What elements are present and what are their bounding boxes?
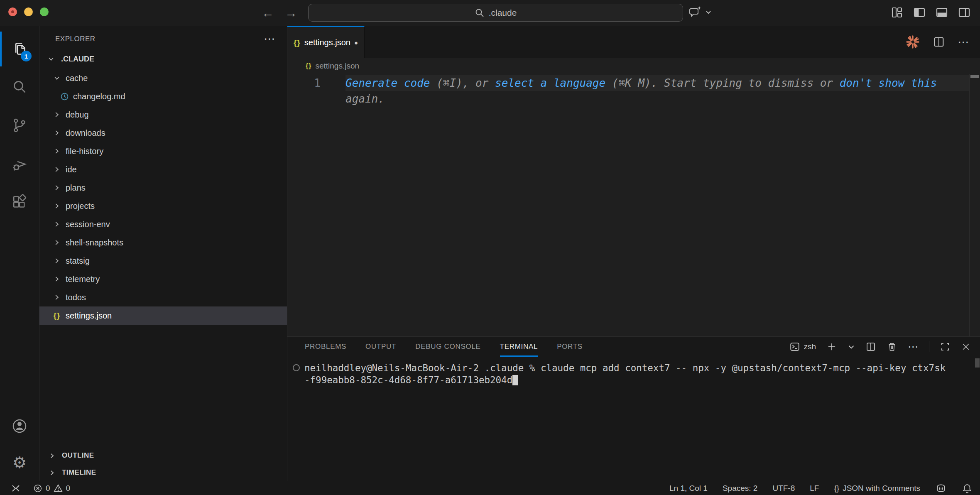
close-panel-icon[interactable] <box>961 342 971 352</box>
scrollbar-thumb[interactable] <box>970 75 979 78</box>
toggle-primary-sidebar-icon[interactable] <box>913 6 926 19</box>
editor-tab-bar: {} settings.json ● ⋯ <box>287 26 980 58</box>
launch-profile-chevron-icon[interactable] <box>848 343 855 350</box>
split-terminal-icon[interactable] <box>865 341 876 352</box>
navigate-back-icon[interactable]: ← <box>262 6 274 20</box>
outline-section[interactable]: OUTLINE <box>39 447 287 464</box>
toggle-panel-icon[interactable] <box>935 6 948 19</box>
breadcrumb-item: settings.json <box>315 61 359 71</box>
activity-source-control[interactable] <box>0 106 39 145</box>
tree-item-label: changelog.md <box>73 92 125 101</box>
command-center-search[interactable]: .claude <box>308 4 683 22</box>
encoding-status[interactable]: UTF-8 <box>772 484 795 493</box>
panel-tab-output[interactable]: OUTPUT <box>365 337 396 357</box>
terminal-scrollbar-thumb[interactable] <box>975 358 980 368</box>
minimize-window-button[interactable] <box>24 7 33 16</box>
editor-content[interactable]: 1 Generate code (⌘I), or select a langua… <box>287 74 980 336</box>
copilot-status-icon[interactable] <box>935 483 947 494</box>
ghost-text: (⌘I), or <box>430 77 495 89</box>
line-number: 1 <box>304 75 321 91</box>
customize-layout-icon[interactable] <box>890 6 904 19</box>
generate-code-link[interactable]: Generate code <box>345 77 430 89</box>
json-file-icon: {} <box>294 38 301 47</box>
claude-starburst-icon[interactable] <box>905 34 920 49</box>
tree-item-changelog-md[interactable]: changelog.md <box>39 87 287 105</box>
maximize-panel-icon[interactable] <box>940 341 951 352</box>
tree-item-todos[interactable]: todos <box>39 288 287 306</box>
copilot-chat-button[interactable] <box>688 5 712 19</box>
chevron-right-icon <box>52 164 62 174</box>
tree-item-downloads[interactable]: downloads <box>39 124 287 142</box>
terminal-shell-selector[interactable]: zsh <box>789 341 816 352</box>
tree-item-settings-json[interactable]: {} settings.json <box>39 306 287 325</box>
chevron-right-icon <box>52 201 62 211</box>
editor-more-actions-icon[interactable]: ⋯ <box>958 35 969 49</box>
activity-search[interactable] <box>0 68 39 106</box>
kill-terminal-trash-icon[interactable] <box>887 341 897 352</box>
tab-settings-json[interactable]: {} settings.json ● <box>287 26 365 58</box>
tree-item-ide[interactable]: ide <box>39 160 287 179</box>
zoom-window-button[interactable] <box>40 7 49 16</box>
gear-icon: ⚙ <box>12 455 27 470</box>
chevron-down-icon <box>46 54 56 64</box>
overview-ruler <box>969 74 970 336</box>
workspace-section-claude[interactable]: .CLAUDE <box>39 49 287 69</box>
tree-item-statsig[interactable]: statsig <box>39 252 287 270</box>
problems-status[interactable]: 0 0 <box>33 484 70 493</box>
timeline-section[interactable]: TIMELINE <box>39 464 287 481</box>
accounts-button[interactable] <box>0 408 39 444</box>
tab-label: settings.json <box>304 38 350 47</box>
settings-gear-button[interactable]: ⚙ <box>0 444 39 481</box>
search-value: .claude <box>489 8 517 18</box>
chevron-right-icon <box>52 183 62 193</box>
tree-item-debug[interactable]: debug <box>39 105 287 124</box>
json-file-icon: {} <box>306 62 311 70</box>
activity-explorer[interactable]: 1 <box>0 30 39 68</box>
chevron-right-icon <box>47 451 57 461</box>
panel-tab-ports[interactable]: PORTS <box>557 337 583 357</box>
terminal-viewport[interactable]: neilhaddley@Neils-MacBook-Air-2 .claude … <box>287 357 980 481</box>
ghost-text: (⌘K M). Start typing to dismiss or <box>605 77 840 89</box>
tree-item-session-env[interactable]: session-env <box>39 215 287 233</box>
panel-tab-debug-console[interactable]: DEBUG CONSOLE <box>415 337 480 357</box>
tree-item-plans[interactable]: plans <box>39 179 287 197</box>
panel-more-actions-icon[interactable]: ⋯ <box>908 341 919 352</box>
panel-tab-terminal[interactable]: TERMINAL <box>500 337 538 357</box>
chevron-down-icon <box>705 9 712 15</box>
remote-indicator-icon[interactable] <box>11 483 21 493</box>
panel-tab-problems[interactable]: PROBLEMS <box>305 337 346 357</box>
clock-icon <box>59 91 69 101</box>
json-braces-icon: {} <box>834 484 839 493</box>
close-window-button[interactable] <box>8 7 17 16</box>
explorer-more-actions-icon[interactable]: ⋯ <box>264 33 275 45</box>
dont-show-link[interactable]: don't show this <box>840 77 937 89</box>
tree-item-cache[interactable]: cache <box>39 69 287 87</box>
eol-status[interactable]: LF <box>810 484 819 493</box>
tree-item-label: shell-snapshots <box>66 238 123 248</box>
indentation-status[interactable]: Spaces: 2 <box>723 484 758 493</box>
modified-dot-icon[interactable]: ● <box>354 39 358 46</box>
cursor-position-status[interactable]: Ln 1, Col 1 <box>669 484 708 493</box>
toggle-secondary-sidebar-icon[interactable] <box>958 6 971 19</box>
vscode-window: ← → .claude 1 <box>0 0 980 495</box>
language-mode-status[interactable]: {} JSON with Comments <box>834 484 920 493</box>
activity-run-debug[interactable] <box>0 145 39 183</box>
breadcrumb[interactable]: {} settings.json <box>287 58 980 74</box>
new-terminal-icon[interactable] <box>826 341 837 352</box>
select-language-link[interactable]: select a language <box>495 77 605 89</box>
chevron-right-icon <box>52 219 62 229</box>
status-bar: 0 0 Ln 1, Col 1 Spaces: 2 UTF-8 LF {} JS… <box>0 481 980 495</box>
tree-item-shell-snapshots[interactable]: shell-snapshots <box>39 233 287 252</box>
tree-item-telemetry[interactable]: telemetry <box>39 270 287 288</box>
titlebar: ← → .claude <box>0 0 980 26</box>
shell-name: zsh <box>804 342 816 351</box>
tree-item-file-history[interactable]: file-history <box>39 142 287 160</box>
navigate-forward-icon[interactable]: → <box>285 6 297 20</box>
split-editor-icon[interactable] <box>933 36 945 48</box>
notifications-bell-icon[interactable] <box>962 483 973 494</box>
tree-item-projects[interactable]: projects <box>39 197 287 215</box>
command-decoration-icon[interactable] <box>293 364 300 371</box>
json-file-icon: {} <box>52 311 62 321</box>
activity-extensions[interactable] <box>0 183 39 221</box>
activity-bar: 1 ⚙ <box>0 26 39 481</box>
